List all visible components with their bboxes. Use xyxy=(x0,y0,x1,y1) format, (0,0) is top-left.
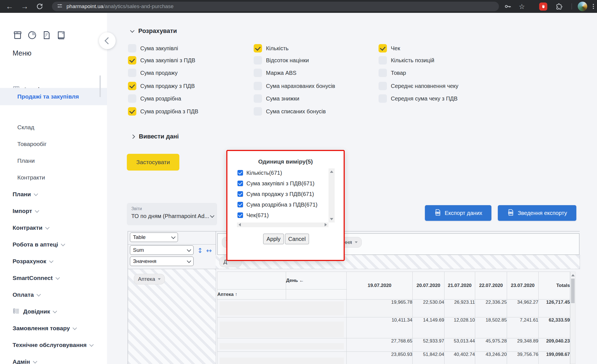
value-cell[interactable]: 22,336.25 xyxy=(475,300,507,317)
table-scrollbar[interactable] xyxy=(570,272,575,364)
value-cell[interactable]: 23,850.93 xyxy=(347,352,413,364)
book-icon[interactable] xyxy=(56,30,66,41)
checkbox-checked[interactable] xyxy=(237,191,243,197)
total-cell[interactable]: 126,717.45 xyxy=(539,300,570,317)
value-cell[interactable]: 29,348.89 xyxy=(507,338,539,352)
value-cell[interactable]: 52,933.97 xyxy=(413,338,444,352)
value-cell[interactable]: 27,768.65 xyxy=(347,338,413,352)
checkbox-checked[interactable] xyxy=(128,82,136,90)
row-axis-header[interactable]: Аптека ↑ xyxy=(217,289,286,300)
modal-vertical-scrollbar[interactable] xyxy=(329,168,335,222)
sidebar-item-smartconnect[interactable]: SmartConnect xyxy=(13,274,59,282)
sidebar-item-goods-order[interactable]: Замовлення товару xyxy=(13,324,76,332)
checkbox-unchecked[interactable] xyxy=(254,69,262,77)
horizontal-arrow-icon[interactable]: ↔ xyxy=(206,247,212,255)
checkbox-row[interactable]: Сума роздрібна xyxy=(128,94,181,103)
modal-checkbox-row[interactable]: Кількість(671) xyxy=(237,169,282,177)
vertical-arrow-icon[interactable]: ↕ xyxy=(197,247,203,255)
checkbox-row[interactable]: Товар xyxy=(379,68,406,77)
checkbox-checked[interactable] xyxy=(128,56,136,64)
aggregator-select[interactable]: Sum xyxy=(130,245,194,255)
checkbox-row[interactable]: Кількість xyxy=(254,44,289,53)
checkbox-checked[interactable] xyxy=(237,170,243,176)
sidebar-item-contracts[interactable]: Контракти xyxy=(13,224,49,232)
total-cell[interactable]: 199,098.67 xyxy=(539,352,570,364)
checkbox-unchecked[interactable] xyxy=(379,56,387,64)
sidebar-item-import[interactable]: Імпорт xyxy=(13,207,39,215)
checkbox-checked[interactable] xyxy=(254,44,262,52)
forward-icon[interactable]: → xyxy=(18,0,31,13)
sidebar-item-warehouse[interactable]: Склад xyxy=(17,123,34,131)
sidebar-item-directory[interactable]: Довідник xyxy=(13,307,56,316)
site-settings-icon[interactable] xyxy=(56,3,63,10)
modal-apply-button[interactable]: Apply xyxy=(263,234,284,244)
value-field-select[interactable]: Значення xyxy=(130,257,194,266)
modal-cancel-button[interactable]: Cancel xyxy=(285,234,309,244)
checkbox-row[interactable]: Сума знижки xyxy=(254,94,299,103)
checkbox-row[interactable]: Відсоток націнки xyxy=(254,56,309,65)
value-cell[interactable]: 7,241.61 xyxy=(507,317,539,338)
sidebar-scrollbar[interactable] xyxy=(99,75,101,97)
value-cell[interactable]: 53,013.44 xyxy=(444,338,475,352)
sidebar-item-admin[interactable]: Адмін xyxy=(13,358,37,364)
col-axis-header[interactable]: День ← xyxy=(286,272,347,289)
bookmark-star-icon[interactable]: ☆ xyxy=(516,0,527,13)
password-key-icon[interactable] xyxy=(502,0,513,13)
checkbox-unchecked[interactable] xyxy=(128,44,136,52)
scroll-right-icon[interactable] xyxy=(325,223,327,226)
checkbox-row[interactable]: Сума продажу xyxy=(128,68,178,77)
browser-menu-icon[interactable] xyxy=(591,3,596,9)
value-cell[interactable]: 18,502.85 xyxy=(475,317,507,338)
checkbox-unchecked[interactable] xyxy=(254,94,262,103)
scroll-down-icon[interactable] xyxy=(330,218,333,220)
row-attribute-pill[interactable]: Аптека xyxy=(134,274,165,284)
totals-column-header[interactable]: Totals xyxy=(539,272,570,300)
renderer-select[interactable]: Table xyxy=(130,233,178,242)
calc-section-header[interactable]: Розрахувати xyxy=(131,27,177,35)
checkbox-unchecked[interactable] xyxy=(379,69,387,77)
value-cell[interactable]: 43,246.20 xyxy=(475,352,507,364)
modal-horizontal-scrollbar[interactable] xyxy=(237,222,329,227)
value-cell[interactable]: 51,842.04 xyxy=(413,352,444,364)
checkbox-unchecked[interactable] xyxy=(128,94,136,103)
reload-icon[interactable] xyxy=(34,0,46,13)
sidebar-item-pharmacy-work[interactable]: Робота в аптеці xyxy=(13,240,65,249)
output-section-header[interactable]: Вивести дані xyxy=(131,133,179,140)
value-cell[interactable]: 22,530.04 xyxy=(413,300,444,317)
export-data-button[interactable]: XLSX Експорт даних xyxy=(425,205,491,221)
back-icon[interactable]: ← xyxy=(3,0,16,13)
checkbox-row[interactable]: Кількість позицій xyxy=(379,56,434,65)
value-cell[interactable]: 40,402.74 xyxy=(444,352,475,364)
date-column-header[interactable]: 22.07.2020 xyxy=(475,272,507,300)
checkbox-unchecked[interactable] xyxy=(379,82,387,90)
checkbox-row[interactable]: Сума закупівлі з ПДВ xyxy=(128,56,195,65)
checkbox-unchecked[interactable] xyxy=(379,94,387,103)
checkbox-unchecked[interactable] xyxy=(254,82,262,90)
report-select[interactable]: Звіти ТО по дням (Pharmapoint Ad... xyxy=(127,203,217,225)
adblock-extension-icon[interactable] xyxy=(537,0,549,13)
checkbox-row[interactable]: Сума нарахованих бонусів xyxy=(254,82,335,90)
url-bar[interactable]: pharmapoint.ua/analytics/sales-and-purch… xyxy=(52,2,499,11)
value-cell[interactable]: 19,965.78 xyxy=(347,300,413,317)
document-icon[interactable] xyxy=(42,30,52,41)
value-cell[interactable]: 34,962.27 xyxy=(507,300,539,317)
checkbox-checked[interactable] xyxy=(379,44,387,52)
checkbox-checked[interactable] xyxy=(128,107,136,116)
scrollbar-thumb[interactable] xyxy=(571,279,575,303)
checkbox-unchecked[interactable] xyxy=(254,107,262,116)
checkbox-row[interactable]: Сума закупівлі xyxy=(128,44,178,53)
sidebar-item-maintenance[interactable]: Технічне обслуговування xyxy=(13,341,93,349)
scroll-up-icon[interactable] xyxy=(330,171,333,173)
checkbox-row[interactable]: Маржа ABS xyxy=(254,68,296,77)
modal-checkbox-row[interactable]: Сума роздрібна з ПДВ(671) xyxy=(237,200,318,209)
sidebar-item-turnover[interactable]: Товарообіг xyxy=(17,140,47,148)
value-cell[interactable]: 45,975.28 xyxy=(475,338,507,352)
checkbox-row[interactable]: Сума списаних бонусів xyxy=(254,107,326,116)
sidebar-item-calculation[interactable]: Розрахунок xyxy=(13,257,53,265)
value-cell[interactable]: 39,756.76 xyxy=(507,352,539,364)
sidebar-item-plans-sub[interactable]: Плани xyxy=(17,157,35,165)
sidebar-item-sales-and-purchase[interactable]: Продажі та закупівля xyxy=(0,88,107,105)
value-cell[interactable]: 14,149.69 xyxy=(413,317,444,338)
sidebar-item-payment[interactable]: Оплата xyxy=(13,291,40,299)
archive-box-icon[interactable] xyxy=(13,30,23,41)
